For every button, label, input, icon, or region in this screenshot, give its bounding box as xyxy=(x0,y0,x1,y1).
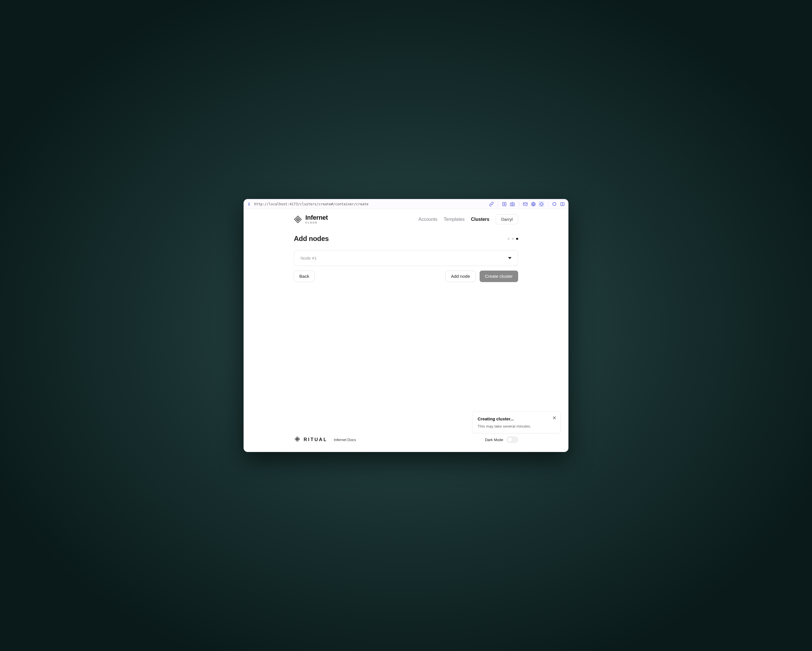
download-icon[interactable] xyxy=(501,201,507,207)
step-dot-2 xyxy=(512,238,514,240)
add-node-button[interactable]: Add node xyxy=(446,270,475,282)
url-text[interactable]: http://localhost:4173/clusters/create#/c… xyxy=(254,202,368,206)
docs-link[interactable]: Infernet Docs xyxy=(334,438,356,442)
step-dot-3 xyxy=(516,238,518,240)
info-icon[interactable]: i xyxy=(247,202,251,206)
toggle-knob xyxy=(507,437,512,442)
toast-close-button[interactable] xyxy=(551,415,557,421)
toast-notification: Creating cluster... This may take severa… xyxy=(472,411,561,433)
node-label: Node #1 xyxy=(301,256,317,261)
browser-window: i http://localhost:4173/clusters/create#… xyxy=(244,199,568,452)
dark-mode-label: Dark Mode xyxy=(485,438,503,442)
toast-title: Creating cluster... xyxy=(478,416,555,421)
extension-icon[interactable] xyxy=(551,201,557,207)
brand[interactable]: Infernet CLOUD xyxy=(294,214,328,224)
app-header: Infernet CLOUD Accounts Templates Cluste… xyxy=(294,209,518,224)
ritual-name: RITUAL xyxy=(304,437,328,442)
node-accordion[interactable]: Node #1 xyxy=(294,250,518,266)
toast-body: This may take several minutes. xyxy=(478,424,555,428)
nav-clusters[interactable]: Clusters xyxy=(471,217,489,222)
link-icon[interactable] xyxy=(488,201,494,207)
divider xyxy=(519,202,519,207)
ritual-logo-icon xyxy=(294,436,301,444)
svg-rect-13 xyxy=(297,219,298,220)
camera-icon[interactable] xyxy=(510,201,515,207)
svg-point-4 xyxy=(540,203,543,205)
user-menu-button[interactable]: Darryl xyxy=(496,214,518,224)
main-nav: Accounts Templates Clusters Darryl xyxy=(418,214,518,224)
create-cluster-button[interactable]: Create cluster xyxy=(479,270,518,282)
page-body: Infernet CLOUD Accounts Templates Cluste… xyxy=(244,209,568,452)
nav-accounts[interactable]: Accounts xyxy=(418,217,437,222)
ritual-brand[interactable]: RITUAL xyxy=(294,436,328,444)
target-icon[interactable] xyxy=(539,201,544,207)
page-title: Add nodes xyxy=(294,235,329,243)
address-bar: i http://localhost:4173/clusters/create#… xyxy=(244,199,568,209)
caret-down-icon xyxy=(508,257,511,259)
globe-icon[interactable] xyxy=(531,201,536,207)
panel-icon[interactable] xyxy=(560,201,565,207)
brand-name: Infernet xyxy=(305,214,328,221)
back-button[interactable]: Back xyxy=(294,270,314,282)
dark-mode-toggle[interactable] xyxy=(507,437,518,443)
nav-templates[interactable]: Templates xyxy=(444,217,465,222)
svg-point-1 xyxy=(511,203,513,205)
brand-logo-icon xyxy=(294,215,302,223)
step-indicator xyxy=(508,238,518,240)
divider xyxy=(548,202,548,207)
step-dot-1 xyxy=(508,238,510,240)
address-bar-actions xyxy=(488,201,565,207)
brand-subtitle: CLOUD xyxy=(305,222,328,224)
mail-icon[interactable] xyxy=(522,201,528,207)
